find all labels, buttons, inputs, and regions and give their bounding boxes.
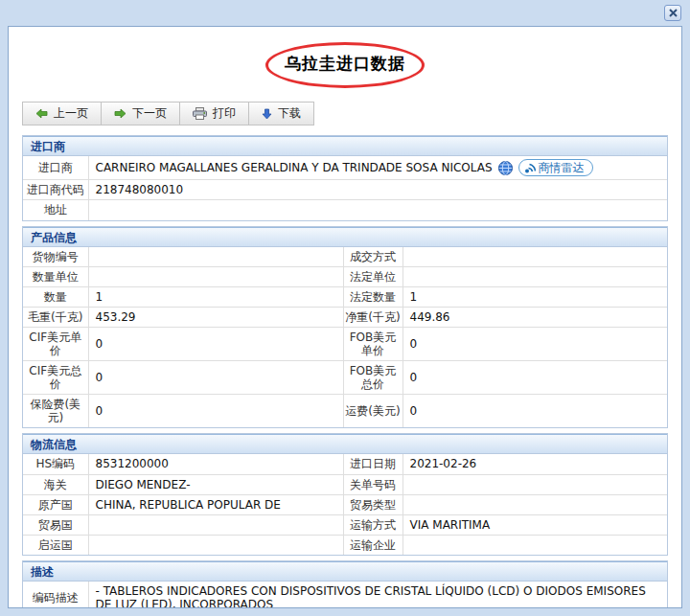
field-label: 数量 [23, 287, 88, 308]
table-row: 海关 DIEGO MENDEZ- 关单号码 [23, 474, 667, 494]
description-table: 编码描述 - TABLEROS INDICADORES CON DISPOSIT… [23, 582, 667, 608]
radar-icon [524, 162, 536, 173]
field-value [402, 535, 667, 555]
field-label: 运费(美元) [343, 395, 402, 428]
field-label: 贸易国 [23, 514, 88, 535]
field-label: 进口日期 [343, 454, 402, 474]
next-page-button[interactable]: 下一页 [102, 103, 180, 125]
field-value: 0 [88, 395, 343, 428]
download-label: 下载 [278, 105, 301, 122]
business-radar-badge[interactable]: 商情雷达 [518, 159, 593, 176]
section-description-header: 描述 [23, 561, 667, 582]
table-row: 保险费(美元) 0 运费(美元) 0 [23, 395, 667, 428]
table-row: CIF美元总价 0 FOB美元总价 0 [23, 361, 667, 395]
importer-table: 进口商 CARNEIRO MAGALLANES GERALDINA Y DA T… [23, 156, 667, 220]
field-label: 净重(千克) [343, 308, 402, 328]
section-description: 描述 编码描述 - TABLEROS INDICADORES CON DISPO… [22, 560, 668, 608]
field-label: 成交方式 [343, 247, 402, 267]
table-row: 进口商 CARNEIRO MAGALLANES GERALDINA Y DA T… [23, 156, 667, 180]
field-label: 数量单位 [23, 267, 88, 287]
field-value: 0 [402, 395, 667, 428]
close-icon [669, 9, 678, 17]
field-value: 8531200000 [88, 454, 343, 474]
printer-icon [193, 107, 207, 120]
field-value [402, 494, 667, 514]
print-label: 打印 [213, 105, 236, 122]
field-value [88, 535, 343, 555]
field-value: 0 [402, 361, 667, 395]
product-table: 货物编号 成交方式 数量单位 法定单位 数量 1 法定数量 [23, 247, 667, 428]
field-label: 货物编号 [23, 247, 88, 267]
importer-name: CARNEIRO MAGALLANES GERALDINA Y DA TRIND… [96, 161, 493, 174]
table-row: 地址 [23, 200, 667, 220]
field-value: DIEGO MENDEZ- [88, 474, 343, 494]
field-value: 0 [88, 328, 343, 361]
field-label: 原产国 [23, 494, 88, 514]
logistics-table: HS编码 8531200000 进口日期 2021-02-26 海关 DIEGO… [23, 454, 667, 555]
import-data-dialog: 乌拉圭进口数据 上一页 下一页 [0, 0, 690, 616]
next-page-label: 下一页 [132, 105, 167, 122]
section-importer-header: 进口商 [23, 136, 667, 156]
field-value [88, 514, 343, 535]
section-importer: 进口商 进口商 CARNEIRO MAGALLANES GERALDINA Y … [22, 135, 668, 221]
green-left-arrow-icon [35, 108, 48, 119]
field-label: 进口商代码 [23, 180, 88, 200]
field-label: 地址 [23, 200, 88, 220]
table-row: 数量 1 法定数量 1 [23, 287, 667, 308]
field-label: HS编码 [23, 454, 88, 474]
field-label: 保险费(美元) [23, 395, 88, 428]
table-row: 进口商代码 218748080010 [23, 180, 667, 200]
field-label: 法定单位 [343, 267, 402, 287]
table-row: 贸易国 运输方式 VIA MARITIMA [23, 514, 667, 535]
field-label: 进口商 [23, 156, 88, 180]
blue-down-arrow-icon [262, 108, 272, 120]
table-row: 货物编号 成交方式 [23, 247, 667, 267]
field-value [402, 247, 667, 267]
field-value: 0 [402, 328, 667, 361]
field-value: 2021-02-26 [402, 454, 667, 474]
section-logistics: 物流信息 HS编码 8531200000 进口日期 2021-02-26 海关 … [22, 433, 668, 556]
field-label: 海关 [23, 474, 88, 494]
field-value: 453.29 [88, 308, 343, 328]
table-row: 毛重(千克) 453.29 净重(千克) 449.86 [23, 308, 667, 328]
download-button[interactable]: 下载 [249, 103, 313, 125]
field-label: CIF美元单价 [23, 328, 88, 361]
close-button[interactable] [664, 5, 681, 21]
field-value: 218748080010 [88, 180, 667, 200]
table-row: CIF美元单价 0 FOB美元单价 0 [23, 328, 667, 361]
dialog-panel: 乌拉圭进口数据 上一页 下一页 [8, 26, 682, 608]
field-label: 运输企业 [343, 535, 402, 555]
sections: 进口商 进口商 CARNEIRO MAGALLANES GERALDINA Y … [22, 135, 668, 608]
section-logistics-header: 物流信息 [23, 434, 667, 454]
field-value: 449.86 [402, 308, 667, 328]
field-label: CIF美元总价 [23, 361, 88, 395]
green-right-arrow-icon [114, 108, 126, 119]
section-product: 产品信息 货物编号 成交方式 数量单位 法定单位 [22, 226, 668, 429]
field-value: VIA MARITIMA [402, 514, 667, 535]
field-value: CHINA, REPUBLICA POPULAR DE [88, 494, 343, 514]
field-value [88, 247, 343, 267]
prev-page-label: 上一页 [54, 105, 88, 122]
business-radar-label: 商情雷达 [539, 161, 585, 174]
field-value [88, 200, 667, 220]
field-label: 编码描述 [23, 582, 88, 608]
field-value [88, 267, 343, 287]
field-label: FOB美元单价 [343, 328, 402, 361]
field-label: 运输方式 [343, 514, 402, 535]
field-value [402, 474, 667, 494]
field-value [402, 267, 667, 287]
page-title: 乌拉圭进口数据 [285, 53, 405, 75]
field-value: - TABLEROS INDICADORES CON DISPOSITIVOS … [88, 582, 667, 608]
prev-page-button[interactable]: 上一页 [23, 103, 102, 125]
globe-icon[interactable] [498, 161, 513, 175]
field-label: 关单号码 [343, 474, 402, 494]
table-row: 启运国 运输企业 [23, 535, 667, 555]
table-row: 原产国 CHINA, REPUBLICA POPULAR DE 贸易类型 [23, 494, 667, 514]
field-value: 1 [88, 287, 343, 308]
toolbar: 上一页 下一页 打印 下载 [22, 102, 314, 125]
field-label: FOB美元总价 [343, 361, 402, 395]
table-row: HS编码 8531200000 进口日期 2021-02-26 [23, 454, 667, 474]
field-label: 贸易类型 [343, 494, 402, 514]
print-button[interactable]: 打印 [180, 103, 249, 125]
table-row: 编码描述 - TABLEROS INDICADORES CON DISPOSIT… [23, 582, 667, 608]
